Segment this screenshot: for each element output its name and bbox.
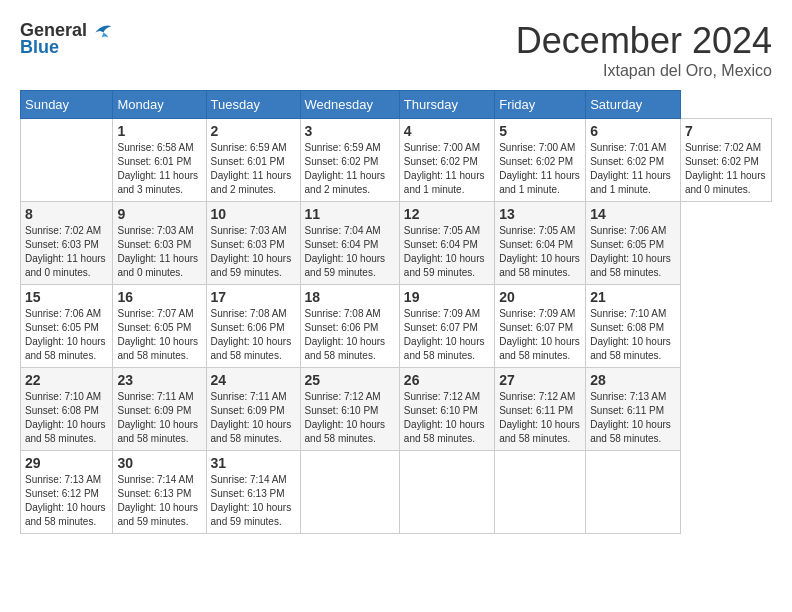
day-of-week-header: Tuesday [206,91,300,119]
day-info: Sunrise: 7:09 AMSunset: 6:07 PMDaylight:… [499,307,581,363]
page-header: General Blue December 2024 Ixtapan del O… [20,20,772,80]
day-info: Sunrise: 7:02 AMSunset: 6:03 PMDaylight:… [25,224,108,280]
day-number: 18 [305,289,395,305]
day-number: 8 [25,206,108,222]
day-info: Sunrise: 7:05 AMSunset: 6:04 PMDaylight:… [404,224,490,280]
calendar-week-row: 8Sunrise: 7:02 AMSunset: 6:03 PMDaylight… [21,202,772,285]
day-number: 20 [499,289,581,305]
day-number: 17 [211,289,296,305]
calendar-cell: 29Sunrise: 7:13 AMSunset: 6:12 PMDayligh… [21,451,113,534]
location: Ixtapan del Oro, Mexico [516,62,772,80]
title-block: December 2024 Ixtapan del Oro, Mexico [516,20,772,80]
calendar-cell: 18Sunrise: 7:08 AMSunset: 6:06 PMDayligh… [300,285,399,368]
day-of-week-header: Saturday [586,91,681,119]
calendar-week-row: 15Sunrise: 7:06 AMSunset: 6:05 PMDayligh… [21,285,772,368]
calendar-cell: 1Sunrise: 6:58 AMSunset: 6:01 PMDaylight… [113,119,206,202]
day-info: Sunrise: 7:08 AMSunset: 6:06 PMDaylight:… [305,307,395,363]
day-number: 16 [117,289,201,305]
calendar-cell: 24Sunrise: 7:11 AMSunset: 6:09 PMDayligh… [206,368,300,451]
day-info: Sunrise: 7:11 AMSunset: 6:09 PMDaylight:… [211,390,296,446]
day-number: 4 [404,123,490,139]
day-number: 31 [211,455,296,471]
day-info: Sunrise: 7:10 AMSunset: 6:08 PMDaylight:… [590,307,676,363]
calendar-cell: 21Sunrise: 7:10 AMSunset: 6:08 PMDayligh… [586,285,681,368]
day-of-week-header: Monday [113,91,206,119]
day-info: Sunrise: 7:11 AMSunset: 6:09 PMDaylight:… [117,390,201,446]
calendar-cell: 9Sunrise: 7:03 AMSunset: 6:03 PMDaylight… [113,202,206,285]
day-number: 30 [117,455,201,471]
day-number: 10 [211,206,296,222]
day-number: 25 [305,372,395,388]
day-info: Sunrise: 7:03 AMSunset: 6:03 PMDaylight:… [117,224,201,280]
day-info: Sunrise: 7:12 AMSunset: 6:10 PMDaylight:… [305,390,395,446]
day-info: Sunrise: 7:02 AMSunset: 6:02 PMDaylight:… [685,141,767,197]
day-number: 15 [25,289,108,305]
calendar-week-row: 22Sunrise: 7:10 AMSunset: 6:08 PMDayligh… [21,368,772,451]
calendar-cell: 31Sunrise: 7:14 AMSunset: 6:13 PMDayligh… [206,451,300,534]
day-info: Sunrise: 6:59 AMSunset: 6:01 PMDaylight:… [211,141,296,197]
calendar-cell [399,451,494,534]
calendar-cell: 20Sunrise: 7:09 AMSunset: 6:07 PMDayligh… [495,285,586,368]
day-info: Sunrise: 7:12 AMSunset: 6:10 PMDaylight:… [404,390,490,446]
day-info: Sunrise: 7:13 AMSunset: 6:12 PMDaylight:… [25,473,108,529]
logo-bird-icon [89,21,113,41]
day-of-week-header: Thursday [399,91,494,119]
day-number: 14 [590,206,676,222]
day-number: 21 [590,289,676,305]
calendar-cell [300,451,399,534]
day-number: 29 [25,455,108,471]
day-info: Sunrise: 7:13 AMSunset: 6:11 PMDaylight:… [590,390,676,446]
calendar-cell: 30Sunrise: 7:14 AMSunset: 6:13 PMDayligh… [113,451,206,534]
calendar-cell: 27Sunrise: 7:12 AMSunset: 6:11 PMDayligh… [495,368,586,451]
day-info: Sunrise: 7:14 AMSunset: 6:13 PMDaylight:… [211,473,296,529]
calendar-cell: 17Sunrise: 7:08 AMSunset: 6:06 PMDayligh… [206,285,300,368]
day-number: 19 [404,289,490,305]
logo-blue-text: Blue [20,37,59,58]
day-number: 12 [404,206,490,222]
logo: General Blue [20,20,113,58]
calendar-cell: 12Sunrise: 7:05 AMSunset: 6:04 PMDayligh… [399,202,494,285]
day-info: Sunrise: 7:04 AMSunset: 6:04 PMDaylight:… [305,224,395,280]
day-info: Sunrise: 7:01 AMSunset: 6:02 PMDaylight:… [590,141,676,197]
day-info: Sunrise: 7:05 AMSunset: 6:04 PMDaylight:… [499,224,581,280]
calendar-cell: 23Sunrise: 7:11 AMSunset: 6:09 PMDayligh… [113,368,206,451]
day-number: 28 [590,372,676,388]
day-number: 11 [305,206,395,222]
day-number: 2 [211,123,296,139]
calendar-cell: 8Sunrise: 7:02 AMSunset: 6:03 PMDaylight… [21,202,113,285]
day-info: Sunrise: 7:06 AMSunset: 6:05 PMDaylight:… [25,307,108,363]
day-number: 6 [590,123,676,139]
calendar-cell: 5Sunrise: 7:00 AMSunset: 6:02 PMDaylight… [495,119,586,202]
calendar-cell: 2Sunrise: 6:59 AMSunset: 6:01 PMDaylight… [206,119,300,202]
calendar-cell [495,451,586,534]
day-info: Sunrise: 7:06 AMSunset: 6:05 PMDaylight:… [590,224,676,280]
day-number: 7 [685,123,767,139]
day-info: Sunrise: 7:08 AMSunset: 6:06 PMDaylight:… [211,307,296,363]
day-info: Sunrise: 7:10 AMSunset: 6:08 PMDaylight:… [25,390,108,446]
day-of-week-header: Wednesday [300,91,399,119]
calendar-cell [21,119,113,202]
calendar-table: SundayMondayTuesdayWednesdayThursdayFrid… [20,90,772,534]
calendar-cell: 14Sunrise: 7:06 AMSunset: 6:05 PMDayligh… [586,202,681,285]
day-info: Sunrise: 7:12 AMSunset: 6:11 PMDaylight:… [499,390,581,446]
calendar-cell: 28Sunrise: 7:13 AMSunset: 6:11 PMDayligh… [586,368,681,451]
day-number: 22 [25,372,108,388]
day-number: 26 [404,372,490,388]
calendar-week-row: 1Sunrise: 6:58 AMSunset: 6:01 PMDaylight… [21,119,772,202]
calendar-cell: 26Sunrise: 7:12 AMSunset: 6:10 PMDayligh… [399,368,494,451]
day-number: 23 [117,372,201,388]
calendar-cell: 3Sunrise: 6:59 AMSunset: 6:02 PMDaylight… [300,119,399,202]
calendar-cell: 11Sunrise: 7:04 AMSunset: 6:04 PMDayligh… [300,202,399,285]
day-number: 27 [499,372,581,388]
day-number: 1 [117,123,201,139]
calendar-cell: 15Sunrise: 7:06 AMSunset: 6:05 PMDayligh… [21,285,113,368]
calendar-cell: 7Sunrise: 7:02 AMSunset: 6:02 PMDaylight… [680,119,771,202]
day-info: Sunrise: 6:58 AMSunset: 6:01 PMDaylight:… [117,141,201,197]
calendar-cell: 13Sunrise: 7:05 AMSunset: 6:04 PMDayligh… [495,202,586,285]
calendar-week-row: 29Sunrise: 7:13 AMSunset: 6:12 PMDayligh… [21,451,772,534]
calendar-header-row: SundayMondayTuesdayWednesdayThursdayFrid… [21,91,772,119]
day-number: 13 [499,206,581,222]
calendar-cell: 16Sunrise: 7:07 AMSunset: 6:05 PMDayligh… [113,285,206,368]
day-info: Sunrise: 7:03 AMSunset: 6:03 PMDaylight:… [211,224,296,280]
day-number: 9 [117,206,201,222]
